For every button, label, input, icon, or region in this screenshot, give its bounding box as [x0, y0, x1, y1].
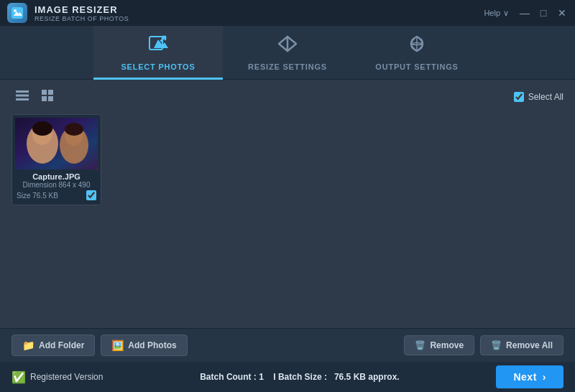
toolbar-row: Select All — [12, 87, 564, 107]
remove-icon: 🗑️ — [415, 340, 426, 350]
svg-point-15 — [32, 121, 52, 136]
photo-thumbnail: HINDI SONGS — [15, 118, 98, 169]
svg-rect-8 — [42, 90, 47, 95]
next-label: Next — [513, 371, 536, 383]
remove-all-label: Remove All — [506, 340, 553, 350]
list-view-button[interactable] — [12, 87, 33, 107]
title-bar-right: Help ∨ — □ ✕ — [484, 7, 568, 19]
tab-resize-settings[interactable]: RESIZE SETTINGS — [223, 26, 352, 80]
close-button[interactable]: ✕ — [556, 7, 568, 19]
title-bar: IMAGE RESIZER RESIZE BATCH OF PHOTOS Hel… — [0, 0, 575, 26]
bottom-right-buttons: 🗑️ Remove 🗑️ Remove All — [404, 335, 564, 355]
main-content: Select All HINDI SONGS — [0, 80, 575, 328]
photos-grid: HINDI SONGS — [12, 114, 564, 321]
resize-settings-icon — [277, 34, 298, 58]
tab-resize-settings-label: RESIZE SETTINGS — [248, 62, 327, 71]
remove-all-icon: 🗑️ — [491, 340, 502, 350]
batch-count-value: 1 — [259, 372, 264, 382]
maximize-button[interactable]: □ — [538, 7, 549, 19]
window-controls: — □ ✕ — [519, 7, 568, 19]
add-photos-icon: 🖼️ — [111, 340, 124, 351]
help-button[interactable]: Help ∨ — [484, 9, 509, 18]
status-bar: ✅ Registered Version Batch Count : 1 I B… — [0, 362, 575, 392]
app-title: IMAGE RESIZER — [34, 4, 129, 15]
photo-name: Capture.JPG — [17, 172, 96, 181]
svg-rect-9 — [48, 90, 53, 95]
tab-select-photos[interactable]: SELECT PHOTOS — [93, 26, 223, 80]
select-all-checkbox[interactable] — [514, 92, 524, 102]
svg-rect-7 — [16, 98, 29, 101]
select-all-area: Select All — [514, 92, 564, 102]
photo-size: Size 76.5 KB — [17, 192, 86, 200]
batch-count-label: Batch Count : — [200, 372, 257, 382]
app-subtitle: RESIZE BATCH OF PHOTOS — [34, 15, 129, 22]
remove-all-button[interactable]: 🗑️ Remove All — [480, 335, 564, 355]
svg-rect-10 — [42, 96, 47, 101]
photo-item[interactable]: HINDI SONGS — [12, 114, 101, 205]
svg-rect-11 — [48, 96, 53, 101]
add-folder-icon: 📁 — [22, 340, 34, 351]
batch-size-value: 76.5 KB approx. — [334, 372, 400, 382]
svg-point-1 — [14, 9, 17, 12]
add-folder-button[interactable]: 📁 Add Folder — [12, 335, 95, 356]
add-photos-label: Add Photos — [128, 340, 176, 350]
svg-point-18 — [65, 123, 83, 136]
registered-icon: ✅ — [12, 370, 26, 384]
photo-dimension: Dimension 864 x 490 — [17, 181, 96, 189]
svg-rect-6 — [16, 95, 29, 97]
tab-select-photos-label: SELECT PHOTOS — [121, 62, 195, 71]
title-bar-left: IMAGE RESIZER RESIZE BATCH OF PHOTOS — [7, 3, 129, 23]
select-all-label[interactable]: Select All — [528, 92, 564, 102]
photo-checkbox[interactable] — [86, 190, 96, 200]
registered-label: Registered Version — [30, 372, 103, 382]
bottom-bar: 📁 Add Folder 🖼️ Add Photos 🗑️ Remove 🗑️ … — [0, 328, 575, 362]
registered-version: ✅ Registered Version — [12, 370, 103, 384]
grid-view-button[interactable] — [37, 87, 58, 107]
remove-button[interactable]: 🗑️ Remove — [404, 335, 474, 355]
app-icon — [7, 3, 27, 23]
tabs-bar: SELECT PHOTOS RESIZE SETTINGS OUTPUT SET… — [0, 26, 575, 80]
photo-checkbox-row: Size 76.5 KB — [17, 190, 96, 200]
batch-info: Batch Count : 1 I Batch Size : 76.5 KB a… — [200, 372, 399, 382]
add-folder-label: Add Folder — [39, 340, 84, 350]
view-buttons — [12, 87, 58, 107]
tab-output-settings-label: OUTPUT SETTINGS — [375, 62, 458, 71]
minimize-button[interactable]: — — [519, 7, 530, 19]
batch-sep-label: I Batch Size : — [273, 372, 327, 382]
add-photos-button[interactable]: 🖼️ Add Photos — [101, 335, 187, 356]
tab-output-settings[interactable]: OUTPUT SETTINGS — [352, 26, 482, 80]
bottom-left-buttons: 📁 Add Folder 🖼️ Add Photos — [12, 335, 188, 356]
output-settings-icon — [407, 34, 427, 58]
next-arrow-icon: › — [543, 371, 546, 383]
next-button[interactable]: Next › — [496, 365, 564, 388]
svg-rect-5 — [16, 90, 29, 93]
remove-label: Remove — [430, 340, 464, 350]
title-text: IMAGE RESIZER RESIZE BATCH OF PHOTOS — [34, 4, 129, 22]
photo-info: Capture.JPG Dimension 864 x 490 Size 76.… — [15, 169, 98, 202]
select-photos-icon — [148, 34, 168, 58]
